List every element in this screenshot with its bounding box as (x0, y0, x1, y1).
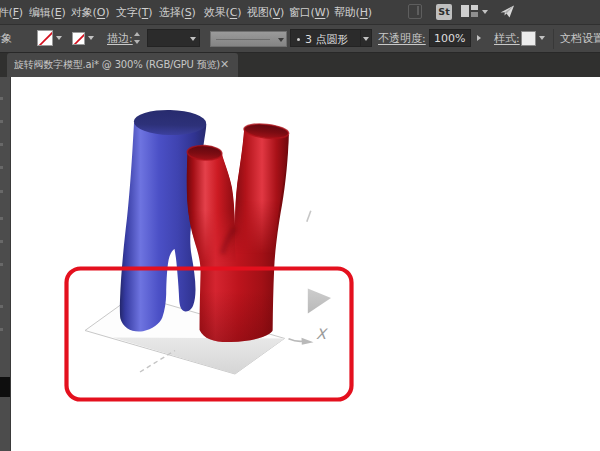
play-triangle (308, 289, 331, 314)
width-profile-combo[interactable] (210, 31, 287, 47)
tools-panel-edge[interactable] (0, 77, 11, 451)
tool-icon-edge (0, 143, 3, 146)
chevron-down-icon (363, 37, 369, 41)
menu-view[interactable]: 视图(V) (247, 0, 284, 25)
control-bar: 对象 描边: 3 点圆形 不透明度: 100% 样式: 文档设置 (0, 25, 600, 53)
tool-icon-edge (0, 263, 3, 266)
x-axis-line (289, 339, 303, 342)
axis-tick (307, 211, 311, 222)
tool-icon-edge (0, 305, 3, 308)
tab-close-icon[interactable]: ✕ (220, 53, 229, 77)
red-tube[interactable] (187, 122, 290, 344)
axis-widget: X (289, 289, 332, 345)
stepper-up-icon (134, 32, 140, 36)
tool-icon-edge (0, 97, 3, 100)
document-setup-button[interactable]: 文档设置 (560, 31, 600, 46)
style-label[interactable]: 样式: (494, 31, 520, 46)
tool-icon-edge (0, 328, 3, 331)
document-tab-bar: 旋转阀数字模型.ai* @ 300% (RGB/GPU 预览) ✕ (0, 53, 600, 77)
red-right-branch-shading (235, 129, 289, 258)
chevron-down-icon (278, 38, 284, 42)
menu-edit[interactable]: 编辑(E) (29, 0, 66, 25)
artwork: X (11, 77, 600, 451)
red-left-branch-shading (187, 153, 236, 267)
menu-object[interactable]: 对象(O) (71, 0, 109, 25)
artboard-canvas[interactable]: X (11, 77, 600, 451)
style-swatch[interactable] (521, 31, 536, 46)
stroke-chevron-down-icon[interactable] (88, 36, 94, 40)
control-separator (553, 29, 554, 49)
selection-type-label: 对象 (0, 31, 12, 46)
workspace-pane-left (461, 5, 469, 17)
share-icon[interactable] (499, 3, 516, 20)
stroke-weight-label[interactable]: 描边: (107, 31, 133, 46)
chevron-down-icon (190, 37, 196, 41)
stroke-color-swatch[interactable] (72, 32, 85, 45)
fill-color-swatch[interactable] (37, 30, 53, 46)
tool-icon-edge (0, 166, 3, 169)
menu-effect[interactable]: 效果(C) (204, 0, 241, 25)
style-chevron-down-icon[interactable] (539, 36, 545, 40)
dashed-axis-line (140, 351, 175, 373)
illustrator-window: { "menubar": { "items": [ {"pre": "文件(",… (0, 0, 600, 451)
fill-swatch-black[interactable] (0, 377, 10, 397)
width-profile-preview (216, 39, 270, 40)
tool-icon-edge (0, 240, 3, 243)
brush-chevron-cell[interactable] (360, 29, 372, 47)
chevron-down-icon[interactable] (482, 10, 488, 14)
tool-icon-edge (0, 120, 3, 123)
menu-window[interactable]: 窗口(W) (289, 0, 329, 25)
document-tab[interactable]: 旋转阀数字模型.ai* @ 300% (RGB/GPU 预览) ✕ (7, 53, 238, 77)
workspace-icon[interactable] (461, 4, 478, 19)
fill-chevron-down-icon[interactable] (56, 36, 62, 40)
x-axis-arrowhead (302, 338, 314, 345)
workspace-pane-top (471, 5, 478, 10)
workspace-pane-bottom (471, 12, 478, 17)
brush-dot-icon (297, 38, 300, 41)
menu-type[interactable]: 文字(T) (116, 0, 152, 25)
menu-file[interactable]: 文件(F) (0, 0, 23, 25)
opacity-input[interactable]: 100% (429, 29, 471, 47)
opacity-label[interactable]: 不透明度: (378, 31, 426, 46)
brush-value: 3 点圆形 (305, 32, 349, 47)
tool-icon-edge (0, 217, 3, 220)
opacity-submenu-arrow-icon[interactable] (477, 35, 481, 41)
menu-bar: 文件(F) 编辑(E) 对象(O) 文字(T) 选择(S) 效果(C) 视图(V… (0, 0, 600, 25)
stroke-weight-combo[interactable] (147, 29, 200, 47)
menu-select[interactable]: 选择(S) (159, 0, 196, 25)
x-axis-label: X (316, 326, 328, 342)
menu-help[interactable]: 帮助(H) (334, 0, 372, 25)
ground-shadow (113, 338, 285, 375)
red-tube-bottom-shade (199, 290, 274, 344)
tool-icon-edge (0, 190, 3, 193)
stepper-down-icon (134, 40, 140, 44)
home-icon[interactable] (408, 4, 422, 19)
opacity-value: 100% (434, 32, 465, 45)
brush-combo[interactable]: 3 点圆形 (290, 29, 361, 47)
stroke-weight-stepper[interactable] (134, 31, 141, 45)
stock-icon[interactable]: St (436, 4, 452, 20)
document-tab-title: 旋转阀数字模型.ai* @ 300% (RGB/GPU 预览) (14, 53, 220, 77)
